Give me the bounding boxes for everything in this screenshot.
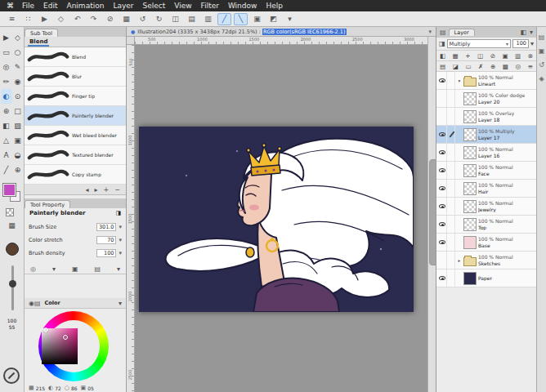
layer-op-icon[interactable]: ≡ [528,63,533,70]
slider-knob[interactable] [9,280,16,287]
layer-op-icon[interactable]: ◪ [453,63,459,70]
layer-row[interactable]: ▸ 100 % Normal Sketches [436,252,536,270]
tool-property-footer-icon[interactable]: ◎ [30,265,36,273]
layer-row[interactable]: 100 % Multiply Layer 17 [436,126,536,144]
layer-op-icon[interactable]: ▤ [440,63,445,70]
layers-panel-corner-icon[interactable]: ◧ [520,29,526,36]
primary-color-swatch[interactable] [3,184,16,196]
stepper-icon[interactable]: ▾ [119,237,122,243]
toolbar-icon[interactable]: ▤ [185,13,199,25]
layer-row[interactable]: 100 % Normal Top [436,216,536,234]
color-panel-tab-icon[interactable]: ▤ [34,300,41,307]
layer-row[interactable]: Paper [436,270,536,287]
layer-op-icon[interactable]: ◫ [477,52,483,60]
menu-item[interactable]: Help [266,2,283,10]
layer-op-icon[interactable]: ◎ [516,63,521,70]
layer-thumbnail[interactable] [463,92,477,105]
toolbar-icon[interactable]: ▶ [38,13,51,25]
toolbar-icon[interactable]: ▣ [250,13,264,25]
toolbar-icon[interactable]: ⊘ [103,13,117,25]
transparent-color-swatch[interactable] [6,208,14,216]
tab-layer[interactable]: Layer [449,29,475,36]
menu-item[interactable]: Window [228,2,257,10]
layer-row[interactable]: ▾ 100 % Normal Lineart [436,72,536,90]
layer-opacity-input[interactable]: 100 [512,39,529,48]
color-value-chip[interactable]: ▣ 05 [81,385,94,391]
tool-button[interactable]: ✎ [12,60,24,74]
tool-button[interactable]: ▨ [12,118,24,133]
tool-button[interactable]: A [1,148,12,163]
toolbar-icon[interactable]: ▦ [119,13,133,25]
subtool-item[interactable]: Finger tip [25,87,126,106]
tool-button[interactable]: ◇ [12,30,24,45]
layer-op-icon[interactable]: ▭ [465,63,471,70]
saturation-value-square[interactable] [42,328,78,364]
toolbar-icon[interactable]: ↻ [152,13,166,25]
layer-op-icon[interactable]: ✗ [478,63,483,70]
layer-thumbnail[interactable] [463,257,477,266]
tab-tool-property[interactable]: Tool Property [25,200,70,208]
tool-button[interactable]: ◐ [1,89,12,104]
layer-visibility-toggle[interactable] [438,162,447,179]
toolbar-icon[interactable]: ▥ [201,13,215,25]
menu-item[interactable]: Filter [201,2,219,10]
subtool-group-header[interactable]: Blend [25,37,126,47]
layer-thumbnail[interactable] [463,218,477,231]
layer-visibility-toggle[interactable] [438,90,447,107]
layer-visibility-toggle[interactable] [438,144,447,161]
layer-visibility-toggle[interactable] [438,216,447,233]
folder-expand-arrow[interactable]: ▸ [457,258,462,263]
layer-visibility-toggle[interactable] [438,126,447,143]
layer-row[interactable]: 100 % Normal Jewelry [436,198,536,216]
tool-button[interactable]: ◉ [12,74,24,89]
opacity-stepper-icon[interactable]: ▾ [530,40,534,47]
layer-visibility-toggle[interactable] [438,72,447,89]
menu-item[interactable]: View [174,2,191,10]
layer-visibility-toggle[interactable] [438,270,447,287]
dock-panel-icon[interactable]: ↺ [539,61,544,69]
subtool-footer-icon[interactable]: ◂ [86,186,89,194]
menu-item[interactable]: Edit [43,2,57,10]
canvas-viewport[interactable] [135,45,427,392]
rotate-canvas-dial[interactable] [3,368,20,384]
subtool-item[interactable]: Blend [25,47,126,67]
tool-button[interactable]: ╱ [1,163,12,177]
tool-button[interactable]: ⊛ [1,104,12,118]
layer-visibility-toggle[interactable] [438,252,447,269]
layer-thumbnail[interactable] [463,78,477,87]
tool-property-footer-icon[interactable]: ▾ [117,265,120,273]
tool-button[interactable]: ⊙ [12,89,24,104]
layer-thumbnail[interactable] [463,236,477,249]
layer-op-icon[interactable]: ⊗ [528,52,533,60]
layer-op-icon[interactable]: ◧ [440,52,445,60]
dock-panel-icon[interactable]: ▣ [539,47,545,55]
blend-mode-select[interactable]: Multiply ▾ [447,39,511,48]
tab-list-icon[interactable]: ▾ [428,29,432,35]
layer-row[interactable]: 100 % Normal Base [436,234,536,252]
tool-button[interactable]: ▶ [1,30,12,45]
tool-button[interactable]: ○ [12,45,24,60]
layer-visibility-toggle[interactable] [438,198,447,215]
stepper-icon[interactable]: ▾ [119,250,122,256]
layer-visibility-toggle[interactable] [438,180,447,197]
tab-subtool[interactable]: Sub Tool [25,29,58,37]
layer-thumbnail[interactable] [463,110,477,123]
layer-row[interactable]: 100 % Color dodge Layer 20 [436,90,536,108]
property-value-input[interactable]: 70 [96,236,116,244]
dock-panel-icon[interactable]: ◈ [539,75,544,82]
property-value-input[interactable]: 301.0 [96,223,117,231]
toolbar-icon[interactable]: ◇ [54,13,68,25]
toolbar-icon[interactable]: ╲ [234,13,248,25]
toolbar-icon[interactable]: ↶ [70,13,84,25]
tool-property-footer-icon[interactable]: ▤ [94,265,101,273]
layer-op-icon[interactable]: ▥ [515,52,521,60]
canvas-artwork[interactable] [139,127,414,312]
color-value-chip[interactable]: ○ 86 [65,385,78,391]
menu-item[interactable]: Select [142,2,165,10]
apple-menu-icon[interactable]: ⌘ [7,2,14,10]
layer-row[interactable]: 100 % Normal Face [436,162,536,180]
tool-button[interactable]: ⊕ [12,163,24,177]
layer-op-icon[interactable]: ▦ [453,52,459,60]
layer-thumbnail[interactable] [463,182,477,195]
layer-op-icon[interactable]: ▣ [502,52,508,60]
